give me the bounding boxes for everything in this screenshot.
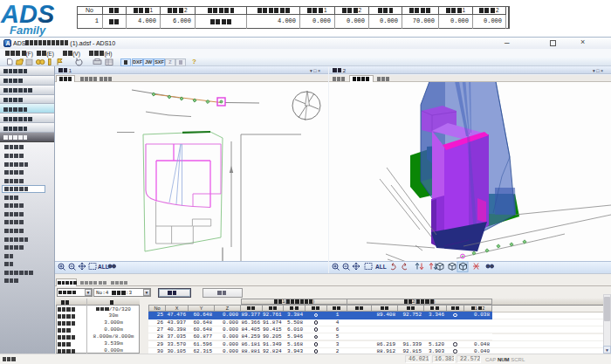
svg-text:Family: Family	[10, 24, 46, 37]
svg-text:ALL: ALL	[375, 264, 387, 270]
svg-text:ALL: ALL	[98, 264, 109, 270]
